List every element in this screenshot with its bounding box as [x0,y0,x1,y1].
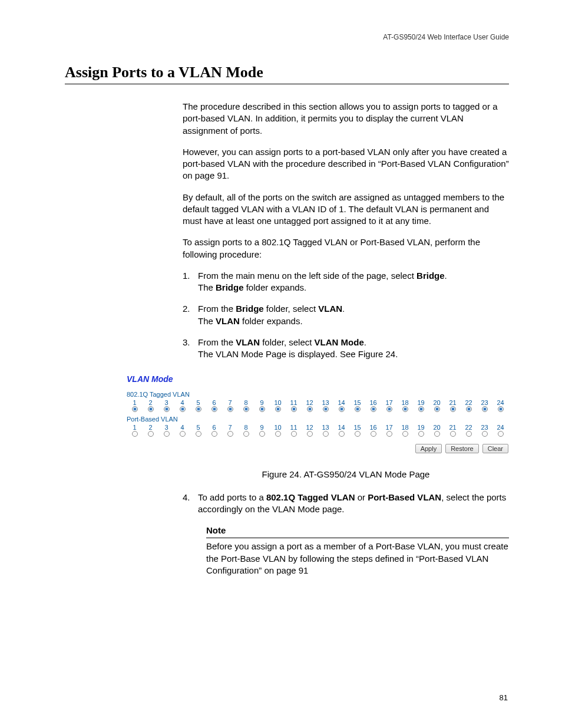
port-radio[interactable] [222,431,238,438]
port-radio[interactable] [397,406,413,413]
radio-selected-icon [434,406,440,412]
port-radio[interactable] [254,406,270,413]
radio-unselected-icon [466,431,472,437]
port-number: 23 [477,424,492,431]
port-radio[interactable] [270,406,286,413]
port-radio[interactable] [206,431,222,438]
radio-selected-icon [339,406,345,412]
paragraph: The procedure described in this section … [183,101,509,137]
port-radio[interactable] [477,431,492,438]
port-number: 22 [461,399,477,406]
radio-selected-icon [132,406,138,412]
radio-selected-icon [402,406,408,412]
port-radio[interactable] [365,431,381,438]
port-radio[interactable] [174,406,190,413]
step-bold: Bridge [236,304,264,314]
port-radio[interactable] [477,406,492,413]
port-radio[interactable] [190,406,206,413]
radio-unselected-icon [482,431,488,437]
port-radio[interactable] [349,406,365,413]
port-number: 1 [127,399,143,406]
radio-unselected-icon [275,431,281,437]
step-text: The [198,282,216,292]
figure-title: VLAN Mode [127,374,509,384]
step-text: From the [198,304,236,314]
note-block: Note Before you assign a port as a membe… [206,525,509,577]
port-radio[interactable] [333,406,349,413]
radio-unselected-icon [132,431,138,437]
restore-button[interactable]: Restore [445,444,479,453]
step-bold: VLAN [216,316,240,326]
port-header-row: 123456789101112131415161718192021222324 [127,424,508,431]
radio-selected-icon [307,406,313,412]
port-radio[interactable] [206,406,222,413]
clear-button[interactable]: Clear [482,444,508,453]
port-radio[interactable] [381,406,397,413]
apply-button[interactable]: Apply [415,444,442,453]
paragraph: However, you can assign ports to a port-… [183,146,509,182]
step-text: To add ports to a [198,492,266,502]
port-number: 16 [365,399,381,406]
port-radio[interactable] [318,406,333,413]
port-radio[interactable] [174,431,190,438]
port-number: 23 [477,399,492,406]
port-radio[interactable] [158,431,174,438]
port-radio[interactable] [302,406,318,413]
port-radio[interactable] [286,431,302,438]
radio-unselected-icon [148,431,154,437]
port-radio[interactable] [492,406,508,413]
port-radio[interactable] [143,406,158,413]
port-radio[interactable] [349,431,365,438]
step-text: or [355,492,368,502]
port-radio[interactable] [397,431,413,438]
port-number: 21 [445,399,461,406]
radio-selected-icon [371,406,376,412]
radio-unselected-icon [180,431,186,437]
port-radio[interactable] [381,431,397,438]
radio-unselected-icon [196,431,201,437]
port-radio[interactable] [254,431,270,438]
radio-selected-icon [227,406,233,412]
port-radio[interactable] [222,406,238,413]
port-radio[interactable] [158,406,174,413]
port-radio[interactable] [413,406,429,413]
radio-selected-icon [291,406,297,412]
port-radio[interactable] [461,431,477,438]
port-radio[interactable] [445,431,461,438]
port-radio[interactable] [127,431,143,438]
step-text: folder, select [264,304,319,314]
port-radio[interactable] [365,406,381,413]
step-text: From the main menu on the left side of t… [198,271,416,281]
port-number: 18 [397,424,413,431]
port-radio[interactable] [445,406,461,413]
port-number: 14 [333,424,349,431]
port-radio[interactable] [143,431,158,438]
port-number: 8 [238,424,254,431]
section-title: Assign Ports to a VLAN Mode [65,64,509,84]
port-radio[interactable] [429,406,445,413]
port-number: 5 [190,399,206,406]
port-radio[interactable] [286,406,302,413]
port-radio[interactable] [318,431,333,438]
port-number: 3 [158,424,174,431]
figure-vlan-mode: VLAN Mode 802.1Q Tagged VLAN 12345678910… [65,374,509,453]
port-radio[interactable] [429,431,445,438]
radio-unselected-icon [291,431,297,437]
port-radio[interactable] [238,431,254,438]
body-column-lower: Figure 24. AT-GS950/24 VLAN Mode Page 4.… [183,469,509,577]
step-text: The VLAN Mode Page is displayed. See Fig… [198,349,398,359]
radio-selected-icon [243,406,249,412]
port-radio[interactable] [127,406,143,413]
port-radio[interactable] [190,431,206,438]
port-radio[interactable] [413,431,429,438]
port-radio[interactable] [238,406,254,413]
port-number: 19 [413,399,429,406]
port-radio[interactable] [461,406,477,413]
port-radio[interactable] [302,431,318,438]
paragraph: By default, all of the ports on the swit… [183,192,509,228]
port-radio[interactable] [333,431,349,438]
radio-selected-icon [148,406,154,412]
port-number: 20 [429,424,445,431]
port-radio[interactable] [492,431,508,438]
port-radio[interactable] [270,431,286,438]
